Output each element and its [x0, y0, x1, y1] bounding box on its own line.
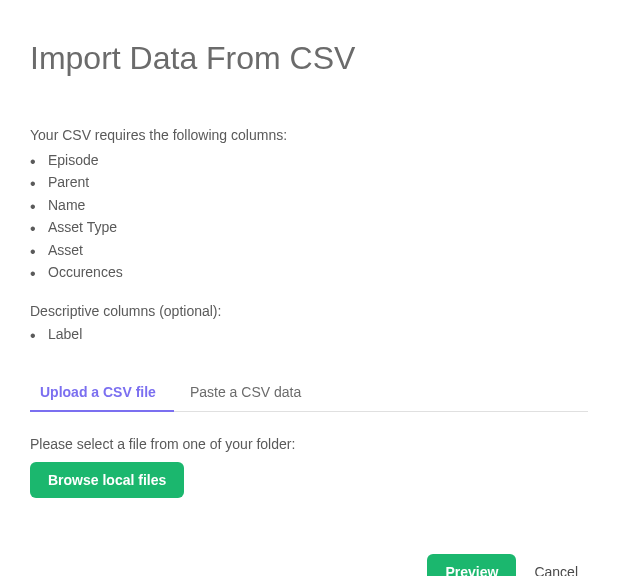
list-item: Asset Type	[30, 216, 588, 238]
preview-button[interactable]: Preview	[427, 554, 516, 576]
footer-actions: Preview Cancel	[30, 554, 588, 576]
browse-files-button[interactable]: Browse local files	[30, 462, 184, 498]
file-select-prompt: Please select a file from one of your fo…	[30, 436, 588, 452]
list-item: Parent	[30, 171, 588, 193]
list-item: Label	[30, 323, 588, 345]
tabs-container: Upload a CSV file Paste a CSV data	[30, 374, 588, 412]
optional-columns-label: Descriptive columns (optional):	[30, 303, 588, 319]
required-columns-label: Your CSV requires the following columns:	[30, 127, 588, 143]
list-item: Occurences	[30, 261, 588, 283]
list-item: Episode	[30, 149, 588, 171]
required-columns-list: Episode Parent Name Asset Type Asset Occ…	[30, 149, 588, 283]
optional-columns-list: Label	[30, 323, 588, 345]
list-item: Asset	[30, 239, 588, 261]
page-title: Import Data From CSV	[30, 40, 588, 77]
list-item: Name	[30, 194, 588, 216]
cancel-link[interactable]: Cancel	[534, 564, 578, 576]
tab-paste-csv[interactable]: Paste a CSV data	[174, 374, 319, 412]
tab-upload-csv[interactable]: Upload a CSV file	[30, 374, 174, 412]
